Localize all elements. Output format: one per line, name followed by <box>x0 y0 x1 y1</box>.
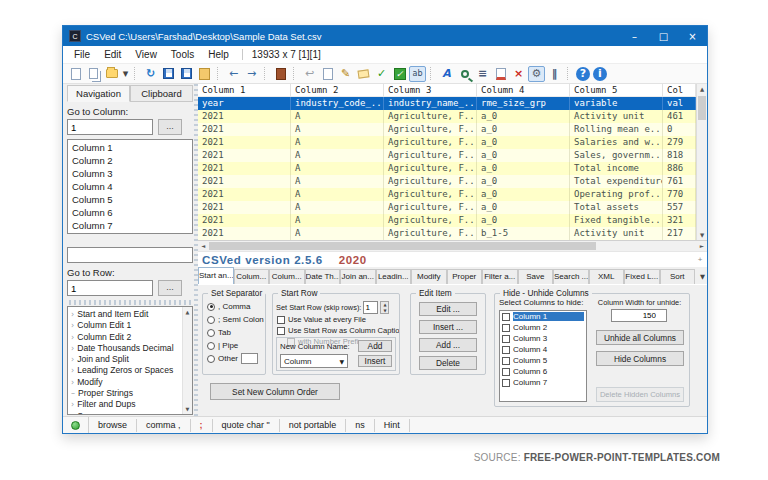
grid-cell[interactable]: a_0 <box>477 214 570 227</box>
grid-cell[interactable]: Total assets <box>570 201 663 214</box>
grid-cell[interactable]: Sales, governm... <box>570 149 663 162</box>
insert-column-button[interactable]: Insert <box>358 355 392 367</box>
grid-data-row[interactable]: 2021AAgriculture, F...b_1-5Activity unit… <box>198 227 696 240</box>
grid-cell[interactable]: 2021 <box>198 123 291 136</box>
hide-list-item-column-1[interactable]: Column 1 <box>500 311 586 322</box>
horizontal-splitter[interactable] <box>69 300 191 305</box>
grid-cell[interactable]: 461 <box>663 110 696 123</box>
grid-cell[interactable]: a_0 <box>477 201 570 214</box>
grid-data-row[interactable]: 2021AAgriculture, F...a_0Salaries and w.… <box>198 136 696 149</box>
grid-cell[interactable]: Salaries and w... <box>570 136 663 149</box>
hide-list-item-column-5[interactable]: Column 5 <box>500 355 586 366</box>
about-icon[interactable]: i <box>593 67 607 81</box>
grid-cell[interactable]: a_0 <box>477 188 570 201</box>
grid-cell[interactable]: Agriculture, F... <box>384 110 477 123</box>
grid-cell[interactable]: A <box>291 123 384 136</box>
grid-cell[interactable]: rme_size_grp <box>477 97 570 110</box>
grid-cell[interactable]: 2021 <box>198 227 291 240</box>
grid-cell[interactable]: Activity unit <box>570 110 663 123</box>
tab-modify[interactable]: Modify <box>411 269 447 284</box>
open-dropdown-caret[interactable]: ▾ <box>121 66 130 82</box>
edit-button[interactable]: Edit ... <box>419 302 477 316</box>
set-new-column-order-button[interactable]: Set New Column Order <box>210 383 340 400</box>
grid-data-row[interactable]: 2021AAgriculture, F...a_0Total expenditu… <box>198 175 696 188</box>
columns-listbox[interactable]: Column 1Column 2Column 3Column 4Column 5… <box>67 139 193 234</box>
grid-cell[interactable]: 557 <box>663 201 696 214</box>
grid-cell[interactable]: A <box>291 110 384 123</box>
tab-fixed-l[interactable]: Fixed L... <box>624 269 660 284</box>
tab-join-an[interactable]: Join an... <box>340 269 376 284</box>
refresh-icon[interactable]: ↻ <box>142 66 159 82</box>
checkbox[interactable] <box>502 313 510 321</box>
font-italic-icon[interactable]: A <box>438 66 455 82</box>
separator-option-comma[interactable]: , Comma <box>203 300 265 313</box>
list-item-column-5[interactable]: Column 5 <box>68 193 192 206</box>
settings-gear-icon[interactable]: ⚙ <box>528 66 545 82</box>
copy-file-icon[interactable] <box>85 66 102 82</box>
tree-item-column-edit-2[interactable]: ›Column Edit 2 <box>71 332 181 343</box>
grid-cell[interactable]: a_0 <box>477 123 570 136</box>
grid-cell[interactable]: val <box>663 97 696 110</box>
scroll-up-icon[interactable]: ▲ <box>186 309 190 315</box>
scroll-left-icon[interactable]: ◄ <box>201 243 205 249</box>
column-filter-input[interactable] <box>67 247 193 263</box>
add-column-button[interactable]: Add <box>358 340 392 352</box>
tree-scrollbar[interactable]: ▲▼ <box>182 307 192 414</box>
scrollbar-thumb[interactable] <box>209 242 596 250</box>
search-icon[interactable] <box>456 66 473 82</box>
grid-cell[interactable]: 321 <box>663 214 696 227</box>
menu-edit[interactable]: Edit <box>97 49 128 60</box>
save-as-icon[interactable] <box>178 66 195 82</box>
grid-cell[interactable]: A <box>291 188 384 201</box>
start-row-captions-checkbox[interactable] <box>277 327 285 335</box>
grid-data-row[interactable]: 2021AAgriculture, F...a_0Operating prof.… <box>198 188 696 201</box>
use-value-checkbox[interactable] <box>277 316 285 324</box>
grid-data-row[interactable]: 2021AAgriculture, F...a_0Total income886 <box>198 162 696 175</box>
edit-cell-icon[interactable]: ✎ <box>337 66 354 82</box>
hide-columns-button[interactable]: Hide Columns <box>596 351 684 366</box>
grid-cell[interactable]: 2021 <box>198 214 291 227</box>
grid-data-row[interactable]: 2021AAgriculture, F...a_0Total assets557 <box>198 201 696 214</box>
list-item-column-1[interactable]: Column 1 <box>68 141 192 154</box>
hide-columns-list[interactable]: Column 1Column 2Column 3Column 4Column 5… <box>499 310 587 402</box>
tree-item-join-and-split[interactable]: ›Join and Split <box>71 354 181 365</box>
goto-column-browse-button[interactable]: ... <box>158 119 182 135</box>
menu-view[interactable]: View <box>128 49 164 60</box>
tab-proper[interactable]: Proper <box>447 269 483 284</box>
list-item-column-7[interactable]: Column 7 <box>68 219 192 232</box>
tab-filter-a[interactable]: Filter a... <box>482 269 518 284</box>
tab-leadin[interactable]: Leadin... <box>376 269 412 284</box>
delete-column-icon[interactable]: × <box>510 66 527 82</box>
column-width-input[interactable] <box>611 309 667 322</box>
list-item-column-3[interactable]: Column 3 <box>68 167 192 180</box>
grid-cell[interactable]: 2021 <box>198 188 291 201</box>
hide-list-item-column-7[interactable]: Column 7 <box>500 377 586 388</box>
grid-cell[interactable]: Operating prof... <box>570 188 663 201</box>
scroll-up-icon[interactable]: ▲ <box>700 86 704 92</box>
grid-cell[interactable]: 2021 <box>198 162 291 175</box>
separator-option-tab[interactable]: Tab <box>203 326 265 339</box>
grid-cell[interactable]: industry_code_... <box>291 97 384 110</box>
grid-cell[interactable]: Agriculture, F... <box>384 149 477 162</box>
grid-cell[interactable]: a_0 <box>477 110 570 123</box>
grid-cell[interactable]: Agriculture, F... <box>384 214 477 227</box>
tab-date-th[interactable]: Date Th... <box>305 269 341 284</box>
grid-cell[interactable]: 761 <box>663 175 696 188</box>
tab-colum[interactable]: Colum... <box>269 269 305 284</box>
menu-file[interactable]: File <box>67 49 97 60</box>
grid-cell[interactable]: variable <box>570 97 663 110</box>
help-icon[interactable]: ? <box>576 67 590 81</box>
tree-item-modify[interactable]: ›Modify <box>71 377 181 388</box>
grid-cell[interactable]: A <box>291 214 384 227</box>
radio-button[interactable] <box>207 316 215 324</box>
grid-cell[interactable]: Agriculture, F... <box>384 123 477 136</box>
grid-cell[interactable]: b_1-5 <box>477 227 570 240</box>
tab-colum[interactable]: Colum... <box>234 269 270 284</box>
radio-button[interactable] <box>207 355 215 363</box>
checkbox[interactable] <box>502 379 510 387</box>
scroll-down-icon[interactable]: ▼ <box>186 406 190 412</box>
grid-selected-row[interactable]: yearindustry_code_...industry_name_...rm… <box>198 97 696 110</box>
close-button[interactable]: × <box>678 26 707 46</box>
grid-vertical-scrollbar[interactable]: ▲ ▼ <box>696 84 707 240</box>
column-edit-doc-icon[interactable] <box>492 66 509 82</box>
